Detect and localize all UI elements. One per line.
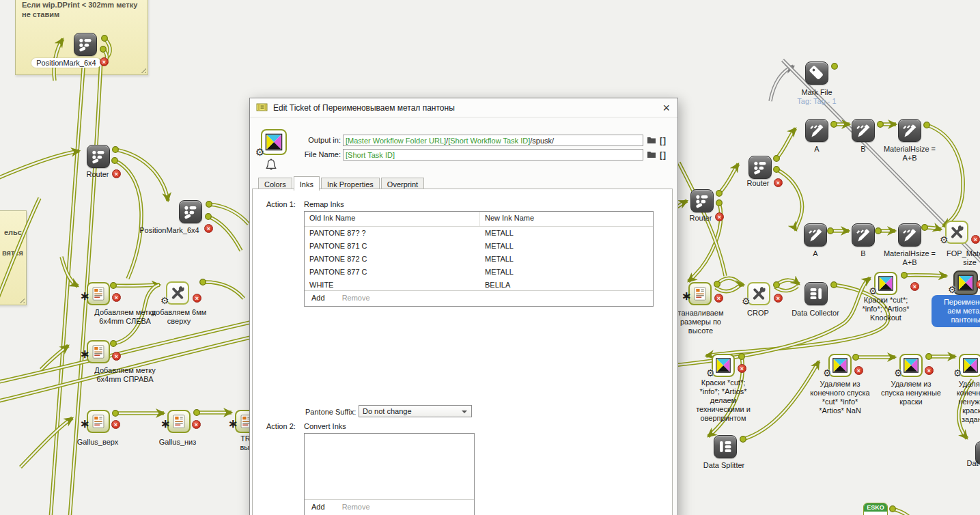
smartname-brackets-icon[interactable]: [] [660, 136, 667, 145]
remove-button[interactable]: Remove [342, 503, 370, 511]
node-router-right-1[interactable] [748, 156, 772, 179]
node-label[interactable]: Добавляем метку6x4mm СПРАВА [84, 366, 166, 384]
node-label[interactable]: Удаляем изконечного спуска*cut* *info**A… [799, 380, 881, 415]
gear-icon: ⚙ [869, 286, 878, 296]
add-button[interactable]: Add [311, 503, 325, 511]
error-badge: × [910, 282, 919, 291]
asterisk-modifier-icon: ∗ [80, 350, 89, 359]
node-label[interactable]: Краски *cut*;*info*; *Artios*Knockout [845, 296, 927, 322]
router-icon [180, 201, 201, 223]
node-label[interactable]: добавляем 6ммсверху [138, 308, 220, 326]
file-name-field[interactable]: [Short Task ID] [343, 149, 643, 161]
node-crop[interactable] [747, 282, 770, 305]
smartname-value: [Short Workflow Task ID] [448, 137, 530, 145]
node-materialhsize-1[interactable] [898, 119, 921, 142]
tag-annotation: Tag: Tag - 1 [776, 97, 858, 106]
browse-folder-icon[interactable] [647, 150, 657, 161]
gear-icon: ⚙ [894, 368, 903, 378]
table-cell: PANTONE 872 C [305, 253, 480, 266]
node-data-collector[interactable] [804, 282, 828, 305]
node-a-2[interactable] [804, 223, 827, 247]
dialog-titlebar[interactable]: Edit Ticket of Переименовываем метал пан… [250, 98, 677, 117]
node-ustanavlivaem-razmery[interactable] [688, 282, 712, 305]
node-router-left[interactable] [87, 145, 110, 168]
node-label[interactable]: Dat [932, 459, 980, 468]
node-label[interactable]: Краски *cut*;*info*; *Artios*делаемтехни… [682, 378, 764, 423]
gear-icon: ⚙ [742, 296, 751, 306]
node-b-2[interactable] [852, 223, 875, 247]
output-in-field[interactable]: [Master Workflow Folder URL]/[Short Work… [343, 135, 643, 146]
node-label[interactable]: Mark FileTag: Tag - 1 [776, 88, 858, 106]
automation-engine-workflow-window: { "colors": { "connection_olive": "#8e9c… [0, 0, 980, 515]
ink-icon [960, 355, 980, 376]
node-fop-material-size[interactable] [945, 221, 968, 244]
node-dobavlyaem-sprava[interactable] [87, 340, 110, 363]
node-label[interactable]: Router [57, 170, 139, 179]
node-label[interactable]: FOP_Materialsize [929, 249, 980, 267]
node-dobavlyaem-sleva[interactable] [87, 282, 110, 305]
error-badge: × [976, 280, 980, 289]
node-b-1[interactable] [852, 119, 875, 142]
node-label[interactable]: Data Splitter [683, 461, 765, 470]
router-icon [87, 145, 109, 167]
node-mark-file[interactable] [805, 61, 828, 85]
node-label[interactable]: Data Collector [774, 309, 856, 318]
column-new-ink-name[interactable]: New Ink Name [480, 212, 534, 226]
pantone-suffix-dropdown[interactable]: Do not change [359, 405, 472, 417]
ink-icon [876, 273, 896, 294]
node-label[interactable]: Удаляемконечногоненужныкраскизадани [933, 380, 980, 424]
close-icon[interactable]: × [661, 102, 671, 114]
mark-icon [88, 283, 109, 304]
column-old-ink-name[interactable]: Old Ink Name [305, 212, 480, 226]
node-pereimenovyvaem-metal-pantony[interactable] [953, 270, 978, 295]
browse-folder-icon[interactable] [647, 136, 657, 146]
node-router-right-2[interactable] [690, 189, 714, 212]
node-esko-task[interactable]: ESKO [863, 503, 888, 515]
table-row[interactable]: PANTONE 872 CMETALL [305, 253, 653, 266]
chevron-down-icon [462, 410, 467, 413]
node-label[interactable]: Gallus_верх [57, 438, 139, 447]
ink-icon [955, 272, 977, 294]
smartname-brackets-icon[interactable]: [] [660, 150, 667, 160]
notification-bell-icon[interactable] [265, 158, 277, 172]
node-data-splitter[interactable] [714, 435, 737, 458]
node-gallus-verh[interactable] [87, 410, 110, 433]
add-button[interactable]: Add [311, 294, 325, 302]
node-positionmark-6x4[interactable] [179, 200, 202, 223]
pencil-icon [899, 224, 921, 246]
remove-button[interactable]: Remove [342, 294, 370, 302]
table-row[interactable]: PANTONE 871 CMETALL [305, 240, 653, 253]
collector-icon [805, 283, 827, 305]
pantone-suffix-label: Pantone Suffix: [305, 408, 356, 416]
node-positionmark-6x4-note[interactable] [74, 33, 97, 56]
node-kraski-knockout[interactable] [874, 272, 897, 295]
convert-inks-list[interactable]: Add Remove [304, 433, 475, 515]
node-gallus-niz[interactable] [167, 410, 191, 433]
asterisk-modifier-icon: ∗ [228, 419, 238, 429]
node-materialhsize-2[interactable] [898, 223, 921, 247]
edit-ticket-dialog: Edit Ticket of Переименовываем метал пан… [249, 98, 678, 515]
pencil-icon [806, 120, 828, 141]
asterisk-modifier-icon: ∗ [682, 292, 691, 301]
node-label[interactable]: PositionMark_6x4 [25, 59, 107, 68]
selected-node-label[interactable]: Переименоваем металпантоны [932, 295, 980, 327]
remap-table-header[interactable]: Old Ink Name New Ink Name [305, 212, 653, 227]
node-label[interactable]: MaterialHsize =A+B [869, 145, 951, 163]
node-label[interactable]: PositionMark_6x4 [128, 226, 210, 235]
node-kraski-tech-overprint[interactable] [712, 354, 735, 377]
table-row[interactable]: PANTONE 87? ?METALL [305, 227, 653, 240]
error-badge: × [112, 169, 121, 178]
node-udalyaem-iz-konechnogo[interactable] [828, 354, 852, 377]
output-in-label: Output in: [274, 136, 341, 144]
table-row[interactable]: PANTONE 877 CMETALL [305, 266, 653, 279]
file-name-label: File Name: [274, 150, 341, 158]
tab-inks[interactable]: Inks [294, 176, 320, 191]
node-dobavlyaem-6mm[interactable] [166, 281, 189, 305]
pencil-icon [899, 120, 921, 141]
error-badge: × [854, 366, 863, 375]
router-icon [691, 190, 713, 212]
node-a-1[interactable] [805, 119, 828, 142]
node-label[interactable]: Router [717, 179, 799, 188]
node-udalyaem-iz-spuska[interactable] [899, 354, 923, 377]
asterisk-modifier-icon: ∗ [160, 419, 170, 429]
